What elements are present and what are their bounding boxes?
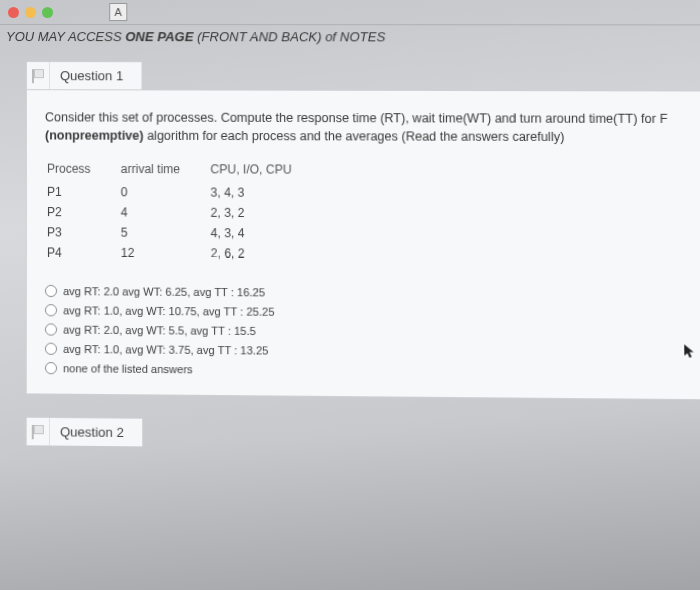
prompt-line-1: Consider this set of processes. Compute …	[45, 110, 668, 126]
table-row: P1 0 3, 4, 3	[45, 182, 320, 203]
flag-icon	[32, 69, 44, 83]
zoom-icon[interactable]	[42, 7, 53, 18]
option-label: avg RT: 2.0 avg WT: 6.25, avg TT : 16.25	[63, 285, 265, 298]
radio-icon[interactable]	[45, 304, 57, 316]
cell-arrival: 0	[119, 182, 209, 203]
cell-arrival: 12	[119, 243, 209, 264]
radio-icon[interactable]	[45, 362, 57, 374]
instruction-text-bold: ONE PAGE	[125, 29, 193, 44]
question-2-title: Question 2	[50, 418, 142, 446]
option-label: avg RT: 1.0, avg WT: 10.75, avg TT : 25.…	[63, 304, 274, 318]
radio-icon[interactable]	[45, 324, 57, 336]
table-row: P3 5 4, 3, 4	[45, 222, 321, 244]
option-label: avg RT: 2.0, avg WT: 5.5, avg TT : 15.5	[63, 324, 256, 338]
instruction-text-pre: YOU MAY ACCESS	[6, 29, 125, 44]
cell-arrival: 5	[119, 223, 209, 244]
answer-options: avg RT: 2.0 avg WT: 6.25, avg TT : 16.25…	[45, 285, 692, 380]
radio-icon[interactable]	[45, 285, 57, 297]
flag-question-button[interactable]	[27, 62, 50, 89]
tab-indicator: A	[109, 3, 127, 21]
exam-instruction: YOU MAY ACCESS ONE PAGE (FRONT AND BACK)…	[0, 24, 700, 57]
option-label: none of the listed answers	[63, 362, 192, 375]
question-1-panel: Question 1 Consider this set of processe…	[26, 61, 700, 452]
close-icon[interactable]	[8, 6, 19, 17]
prompt-line-2: algorithm for each process and the avera…	[144, 129, 565, 144]
table-row: P2 4 2, 3, 2	[45, 202, 320, 224]
screen-surface: A YOU MAY ACCESS ONE PAGE (FRONT AND BAC…	[0, 0, 700, 590]
option-2[interactable]: avg RT: 1.0, avg WT: 10.75, avg TT : 25.…	[45, 304, 691, 321]
minimize-icon[interactable]	[25, 7, 36, 18]
cell-process: P2	[45, 202, 119, 223]
cell-burst: 3, 4, 3	[208, 183, 320, 204]
question-1-prompt: Consider this set of processes. Compute …	[45, 108, 689, 146]
instruction-text-mid: (FRONT AND BACK) of NOTES	[193, 29, 385, 44]
cell-burst: 2, 3, 2	[209, 203, 321, 224]
cell-process: P3	[45, 222, 119, 243]
col-burst: CPU, I/O, CPU	[208, 159, 320, 183]
question-1-header: Question 1	[26, 61, 142, 89]
prompt-bold: (nonpreemptive)	[45, 129, 144, 143]
option-4[interactable]: avg RT: 1.0, avg WT: 3.75, avg TT : 13.2…	[45, 343, 692, 360]
table-row: P4 12 2, 6, 2	[45, 243, 321, 265]
option-5[interactable]: none of the listed answers	[45, 362, 692, 379]
table-header-row: Process arrival time CPU, I/O, CPU	[45, 159, 320, 183]
question-1-body: Consider this set of processes. Compute …	[26, 89, 700, 400]
cell-burst: 4, 3, 4	[209, 223, 321, 244]
option-3[interactable]: avg RT: 2.0, avg WT: 5.5, avg TT : 15.5	[45, 324, 691, 341]
process-table: Process arrival time CPU, I/O, CPU P1 0 …	[45, 159, 321, 265]
question-2-header: Question 2	[26, 417, 143, 447]
window-titlebar: A	[0, 0, 700, 24]
option-1[interactable]: avg RT: 2.0 avg WT: 6.25, avg TT : 16.25	[45, 285, 691, 301]
cell-arrival: 4	[119, 203, 209, 224]
flag-icon	[32, 425, 44, 439]
question-1-title: Question 1	[50, 62, 141, 89]
option-label: avg RT: 1.0, avg WT: 3.75, avg TT : 13.2…	[63, 343, 268, 357]
cell-process: P4	[45, 243, 119, 264]
cell-process: P1	[45, 182, 119, 203]
cell-burst: 2, 6, 2	[209, 243, 321, 264]
col-arrival: arrival time	[119, 159, 209, 183]
flag-question-button[interactable]	[27, 418, 50, 446]
col-process: Process	[45, 159, 119, 182]
tab-letter: A	[115, 6, 122, 18]
radio-icon[interactable]	[45, 343, 57, 355]
question-2-panel: Question 2	[26, 417, 700, 452]
mouse-cursor-icon	[684, 344, 695, 358]
